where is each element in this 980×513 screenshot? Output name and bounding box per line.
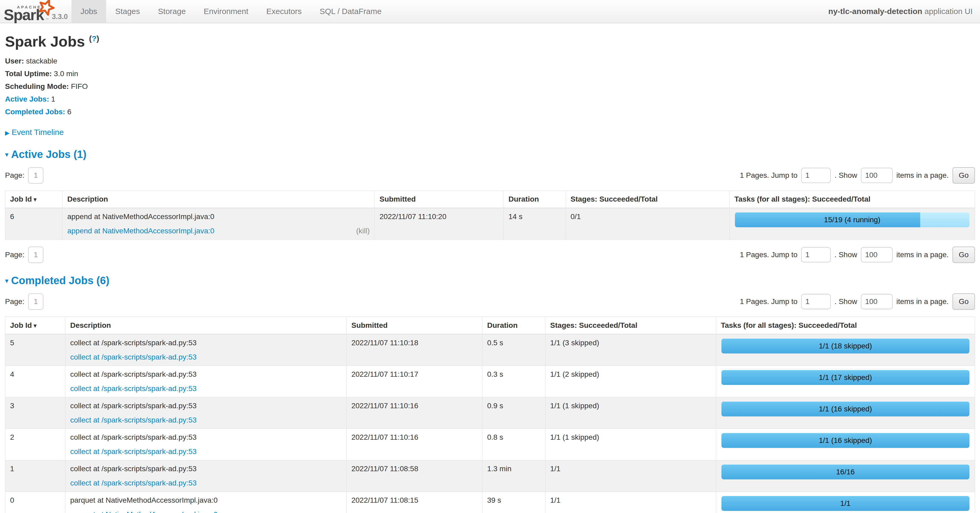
column-header-duration[interactable]: Duration [482, 317, 545, 334]
job-detail-link[interactable]: collect at /spark-scripts/spark-ad.py:53 [70, 384, 197, 392]
spark-logo: APACHE Spark ™ 3.3.0 [0, 0, 66, 23]
jump-to-input[interactable] [801, 168, 831, 183]
items-in-page-text: items in a page. [896, 171, 949, 179]
tab-sql-dataframe[interactable]: SQL / DataFrame [311, 0, 391, 23]
tasks-cell: 1/1 [716, 492, 975, 513]
nav-tabs: JobsStagesStorageEnvironmentExecutorsSQL… [72, 0, 828, 23]
column-header-stages[interactable]: Stages: Succeeded/Total [545, 317, 716, 334]
show-items-input[interactable] [861, 168, 892, 183]
tasks-progress-bar: 1/1 (16 skipped) [721, 433, 969, 448]
job-description-cell: collect at /spark-scripts/spark-ad.py:53… [65, 429, 347, 461]
column-header-submitted[interactable]: Submitted [347, 317, 482, 334]
column-header-job[interactable]: Job Id▾ [5, 317, 65, 334]
job-detail-link[interactable]: collect at /spark-scripts/spark-ad.py:53 [70, 353, 197, 361]
stages-cell: 1/1 (3 skipped) [545, 334, 716, 366]
tab-storage[interactable]: Storage [149, 0, 195, 23]
tasks-progress-bar: 16/16 [721, 465, 969, 480]
column-header-stages[interactable]: Stages: Succeeded/Total [566, 191, 729, 208]
job-detail-link[interactable]: collect at /spark-scripts/spark-ad.py:53 [70, 447, 197, 456]
show-items-input[interactable] [861, 294, 892, 309]
submitted-cell: 2022/11/07 11:10:18 [347, 334, 482, 366]
collapse-down-icon: ▾ [5, 277, 8, 285]
duration-cell: 0.9 s [482, 397, 545, 429]
job-detail-link[interactable]: collect at /spark-scripts/spark-ad.py:53 [70, 416, 197, 424]
current-page-box[interactable]: 1 [28, 294, 43, 310]
go-button[interactable]: Go [953, 246, 975, 263]
tasks-cell: 15/19 (4 running) [729, 208, 975, 240]
job-detail-link[interactable]: append at NativeMethodAccessorImpl.java:… [67, 227, 214, 235]
column-header-label: Job Id [10, 321, 32, 329]
help-paren-open: ( [89, 34, 92, 43]
completed-jobs-section-toggle[interactable]: ▾Completed Jobs (6) [5, 275, 975, 286]
active-jobs-count: 1 [51, 95, 55, 103]
summary-scheduling-mode: Scheduling Mode: FIFO [5, 82, 975, 91]
collapse-down-icon: ▾ [5, 151, 8, 159]
current-page-box[interactable]: 1 [28, 246, 43, 263]
column-header-duration[interactable]: Duration [504, 191, 566, 208]
summary-user: User: stackable [5, 57, 975, 65]
column-header-label: Description [70, 321, 111, 329]
tasks-cell: 16/16 [716, 461, 975, 492]
sort-desc-icon: ▾ [33, 322, 37, 329]
job-id-cell: 1 [5, 461, 65, 492]
sort-desc-icon: ▾ [33, 196, 37, 203]
progress-label: 1/1 [721, 496, 969, 511]
column-header-label: Description [67, 195, 108, 203]
column-header-label: Submitted [352, 321, 388, 329]
trademark-label: ™ [46, 17, 49, 21]
items-in-page-text: items in a page. [896, 297, 949, 306]
jump-to-input[interactable] [801, 294, 831, 309]
tasks-progress-bar: 15/19 (4 running) [735, 213, 969, 227]
duration-cell: 0.5 s [482, 334, 545, 366]
event-timeline-toggle[interactable]: ▶Event Timeline [5, 128, 975, 137]
column-header-tasks[interactable]: Tasks (for all stages): Succeeded/Total [716, 317, 975, 334]
current-page-box[interactable]: 1 [28, 167, 43, 184]
job-row-6: 6append at NativeMethodAccessorImpl.java… [5, 208, 975, 240]
tasks-progress-bar: 1/1 (18 skipped) [721, 339, 969, 353]
tab-executors[interactable]: Executors [257, 0, 310, 23]
job-row-2: 2collect at /spark-scripts/spark-ad.py:5… [5, 429, 975, 461]
progress-label: 1/1 (16 skipped) [721, 433, 969, 448]
tasks-cell: 1/1 (16 skipped) [716, 429, 975, 461]
top-navbar: APACHE Spark ™ 3.3.0 JobsStagesStorageEn… [0, 0, 980, 23]
column-header-tasks[interactable]: Tasks (for all stages): Succeeded/Total [729, 191, 975, 208]
column-header-description[interactable]: Description [62, 191, 375, 208]
active-jobs-section-title: Active Jobs (1) [11, 148, 86, 160]
column-header-label: Tasks (for all stages): Succeeded/Total [734, 195, 870, 203]
stages-cell: 1/1 (1 skipped) [545, 397, 716, 429]
jump-to-input[interactable] [801, 247, 831, 262]
tab-environment[interactable]: Environment [195, 0, 257, 23]
job-description-text: parquet at NativeMethodAccessorImpl.java… [70, 496, 342, 505]
page-label: Page: [5, 251, 24, 259]
show-items-input[interactable] [861, 247, 892, 262]
job-detail-link[interactable]: parquet at NativeMethodAccessorImpl.java… [70, 510, 218, 513]
job-row-1: 1collect at /spark-scripts/spark-ad.py:5… [5, 461, 975, 492]
duration-cell: 14 s [504, 208, 566, 240]
column-header-submitted[interactable]: Submitted [374, 191, 503, 208]
completed-jobs-link[interactable]: Completed Jobs: [5, 108, 65, 116]
active-jobs-link[interactable]: Active Jobs: [5, 95, 49, 103]
items-in-page-text: items in a page. [896, 251, 949, 259]
go-button[interactable]: Go [953, 167, 975, 184]
tab-jobs[interactable]: Jobs [72, 0, 106, 23]
stages-cell: 1/1 [545, 492, 716, 513]
job-description-cell: append at NativeMethodAccessorImpl.java:… [62, 208, 375, 240]
completed-jobs-section-title: Completed Jobs (6) [11, 275, 109, 286]
job-description-text: collect at /spark-scripts/spark-ad.py:53 [70, 339, 342, 347]
job-id-cell: 0 [5, 492, 65, 513]
submitted-cell: 2022/11/07 11:10:16 [347, 397, 482, 429]
tasks-progress-bar: 1/1 [721, 496, 969, 511]
active-jobs-section-toggle[interactable]: ▾Active Jobs (1) [5, 148, 975, 160]
job-row-3: 3collect at /spark-scripts/spark-ad.py:5… [5, 397, 975, 429]
job-detail-link[interactable]: collect at /spark-scripts/spark-ad.py:53 [70, 479, 197, 487]
submitted-cell: 2022/11/07 11:10:17 [347, 366, 482, 397]
column-header-job[interactable]: Job Id▾ [5, 191, 62, 208]
pages-jump-text: 1 Pages. Jump to [740, 171, 797, 179]
column-header-description[interactable]: Description [65, 317, 347, 334]
help-link[interactable]: ? [92, 34, 96, 43]
tasks-progress-bar: 1/1 (17 skipped) [721, 370, 969, 385]
kill-job-link[interactable]: (kill) [356, 227, 370, 235]
go-button[interactable]: Go [953, 294, 975, 310]
column-header-label: Duration [508, 195, 539, 203]
tab-stages[interactable]: Stages [106, 0, 149, 23]
